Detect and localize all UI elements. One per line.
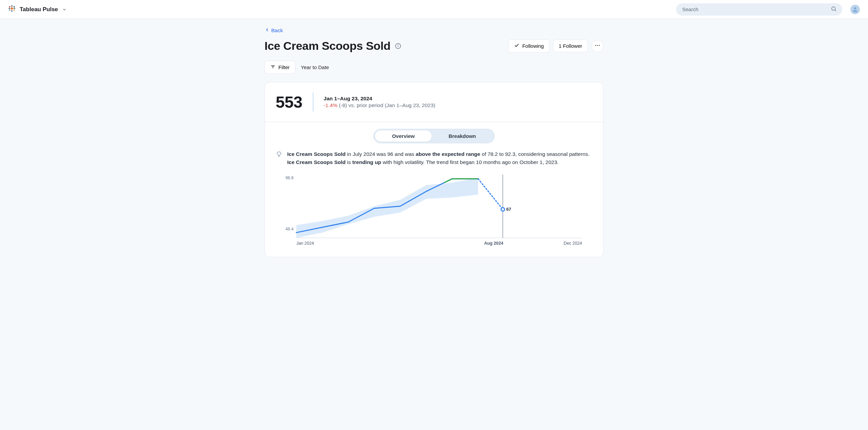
metric-card: 553 Jan 1–Aug 23, 2024 -1.4% (-8) vs. pr… — [264, 82, 604, 257]
svg-rect-1 — [11, 6, 13, 6]
svg-line-19 — [835, 10, 836, 11]
svg-point-26 — [599, 45, 599, 46]
search-icon — [831, 6, 837, 13]
back-label: Back — [271, 27, 283, 34]
svg-rect-5 — [9, 7, 9, 9]
insight-l2-mid: is — [347, 159, 353, 165]
svg-point-20 — [854, 7, 856, 9]
filter-button[interactable]: Filter — [264, 61, 295, 74]
brand-name: Tableau Pulse — [20, 6, 58, 13]
svg-point-24 — [595, 45, 596, 46]
svg-point-25 — [597, 45, 598, 46]
following-label: Following — [522, 43, 544, 49]
svg-text:Dec 2024: Dec 2024 — [564, 241, 582, 246]
svg-rect-7 — [14, 7, 15, 9]
chevron-left-icon — [264, 27, 270, 34]
page-title: Ice Cream Scoops Sold — [264, 39, 401, 53]
svg-point-18 — [832, 7, 835, 11]
delta-abs: (-8) — [339, 102, 347, 108]
tableau-logo-icon — [8, 5, 16, 14]
insight-l2-post: with high volatility. The trend first be… — [381, 159, 558, 165]
tab-overview[interactable]: Overview — [375, 130, 432, 142]
filter-icon — [270, 64, 276, 70]
chart: 48.496.867Jan 2024Aug 2024Dec 2024 — [265, 169, 603, 257]
metric-period: Jan 1–Aug 23, 2024 — [324, 96, 435, 102]
svg-rect-17 — [13, 10, 15, 10]
line-chart-svg: 48.496.867Jan 2024Aug 2024Dec 2024 — [276, 171, 592, 247]
more-actions-button[interactable] — [591, 40, 604, 52]
search-input[interactable] — [682, 6, 831, 13]
svg-text:Jan 2024: Jan 2024 — [296, 241, 314, 246]
check-icon — [514, 43, 519, 49]
metric-value: 553 — [276, 93, 302, 111]
info-icon[interactable] — [395, 43, 401, 49]
filter-label: Filter — [278, 64, 290, 70]
insight-text: Ice Cream Scoops Sold in July 2024 was 9… — [265, 148, 603, 169]
delta-pct: -1.4% — [324, 102, 338, 108]
topbar: Tableau Pulse — [0, 0, 868, 19]
insight-l1-em: above the expected range — [416, 151, 480, 157]
insight-l2-em: trending up — [352, 159, 381, 165]
svg-text:96.8: 96.8 — [285, 176, 294, 180]
view-toggle: Overview Breakdown — [373, 129, 495, 143]
svg-rect-13 — [13, 6, 15, 7]
more-horizontal-icon — [594, 42, 600, 49]
metric-delta: -1.4% (-8) vs. prior period (Jan 1–Aug 2… — [324, 102, 435, 108]
tab-breakdown[interactable]: Breakdown — [432, 130, 493, 142]
search-box[interactable] — [676, 3, 842, 16]
followers-label: 1 Follower — [559, 43, 582, 49]
delta-comparison: vs. prior period (Jan 1–Aug 23, 2023) — [349, 102, 435, 108]
svg-rect-11 — [9, 6, 11, 7]
avatar[interactable] — [850, 5, 860, 14]
brand[interactable]: Tableau Pulse — [8, 5, 67, 14]
metric-summary: 553 Jan 1–Aug 23, 2024 -1.4% (-8) vs. pr… — [265, 82, 603, 122]
svg-rect-3 — [11, 11, 13, 11]
insight-l2-metric: Ice Cream Scoops Sold — [287, 159, 347, 165]
following-button[interactable]: Following — [508, 39, 549, 53]
svg-text:67: 67 — [506, 207, 511, 212]
chevron-down-icon — [62, 7, 67, 12]
followers-button[interactable]: 1 Follower — [553, 40, 588, 52]
svg-point-35 — [501, 208, 505, 211]
svg-text:48.4: 48.4 — [285, 227, 294, 231]
svg-text:Aug 2024: Aug 2024 — [484, 241, 503, 246]
svg-rect-15 — [9, 10, 11, 10]
svg-point-30 — [277, 152, 281, 155]
page-content: Back Ice Cream Scoops Sold Following 1 F… — [264, 19, 604, 271]
filter-summary: Year to Date — [301, 64, 329, 70]
page-title-text: Ice Cream Scoops Sold — [264, 39, 391, 53]
svg-rect-9 — [11, 8, 13, 9]
insight-icon — [276, 151, 282, 166]
divider — [313, 93, 314, 111]
insight-l1-metric: Ice Cream Scoops Sold — [287, 151, 346, 157]
svg-point-23 — [398, 44, 398, 45]
insight-l1-post: of 78.2 to 92.3, considering seasonal pa… — [480, 151, 589, 157]
insight-l1-mid: in July 2024 was 96 and was — [346, 151, 416, 157]
back-link[interactable]: Back — [264, 26, 283, 39]
